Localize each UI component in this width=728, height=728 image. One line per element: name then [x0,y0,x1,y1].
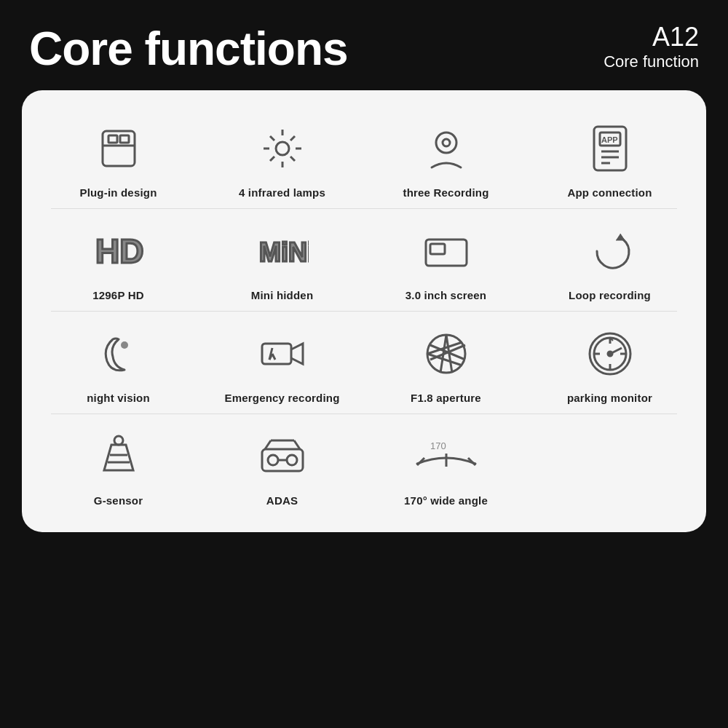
emergency-icon [256,325,309,383]
svg-text:MiNi: MiNi [259,237,309,267]
plugin-icon [92,119,145,178]
svg-rect-26 [262,344,291,364]
loop-icon [584,222,636,280]
svg-point-13 [436,132,456,153]
emergency-label: Emergency recording [224,392,339,404]
feature-parking: parking monitor [528,317,692,408]
feature-hd: HD 1296P HD [36,215,200,305]
svg-rect-2 [108,135,117,143]
subtitle-label: Core function [604,52,699,71]
feature-mini: MiNi Mini hidden [200,215,364,305]
infrared-label: 4 infrared lamps [239,186,325,199]
feature-aperture: F1.8 aperture [364,317,528,408]
parking-label: parking monitor [567,392,652,404]
page-title: Core functions [29,22,348,76]
wide-angle-label: 170° wide angle [404,494,488,507]
features-card: Plug-in design 4 infrared lamps [22,90,706,532]
aperture-label: F1.8 aperture [411,392,481,404]
svg-rect-24 [430,244,445,254]
svg-line-11 [290,136,295,141]
row-2: HD 1296P HD MiNi Mini hidden 3.0 inch sc [36,215,692,305]
svg-line-55 [294,440,300,449]
page-header: Core functions A12 Core function [0,0,728,90]
feature-emergency: Emergency recording [200,317,364,408]
empty-cell [528,420,692,510]
infrared-icon [256,119,309,178]
aperture-icon [420,325,472,383]
wide-angle-icon: 170 [410,427,483,486]
svg-point-4 [276,142,289,155]
svg-line-54 [265,440,271,449]
row-3: night vision Emergency recording [36,317,692,408]
feature-night: night vision [36,317,200,408]
svg-line-9 [270,136,274,141]
loop-label: Loop recording [569,289,651,301]
gsensor-icon [97,427,141,486]
feature-screen: 3.0 inch screen [364,215,528,305]
svg-rect-52 [287,455,297,465]
feature-loop: Loop recording [528,215,692,305]
svg-text:APP: APP [601,135,618,144]
adas-icon [256,427,309,486]
feature-wide-angle: 170 170° wide angle [364,420,528,510]
svg-rect-3 [120,135,129,143]
svg-line-29 [272,354,275,360]
screen-icon [420,222,472,280]
hd-icon: HD [92,222,145,280]
night-label: night vision [87,392,150,404]
three-recording-label: three Recording [403,186,488,199]
app-label: App connection [567,186,652,199]
row-1: Plug-in design 4 infrared lamps [36,112,692,202]
app-icon: APP [588,119,632,178]
three-recording-icon [420,119,472,178]
feature-three-recording: three Recording [364,112,528,202]
svg-line-10 [290,157,295,161]
feature-gsensor: G-sensor [36,420,200,510]
parking-icon [584,325,636,383]
svg-line-12 [270,157,274,161]
svg-point-25 [121,341,128,349]
mini-icon: MiNi [256,222,309,280]
svg-point-48 [114,436,123,445]
svg-text:170: 170 [430,440,446,451]
svg-text:HD: HD [95,232,143,270]
screen-label: 3.0 inch screen [405,289,486,301]
adas-label: ADAS [266,494,298,507]
model-label: A12 [604,22,699,52]
row-4: G-sensor ADAS 170 [36,420,692,510]
svg-point-14 [443,139,450,146]
feature-adas: ADAS [200,420,364,510]
feature-app: APP App connection [528,112,692,202]
plugin-label: Plug-in design [79,186,157,199]
feature-infrared: 4 infrared lamps [200,112,364,202]
feature-plugin: Plug-in design [36,112,200,202]
gsensor-label: G-sensor [94,494,143,507]
svg-point-44 [608,352,612,356]
night-icon [92,325,145,383]
svg-rect-51 [268,455,278,465]
mini-label: Mini hidden [251,289,314,301]
hd-label: 1296P HD [92,289,144,301]
